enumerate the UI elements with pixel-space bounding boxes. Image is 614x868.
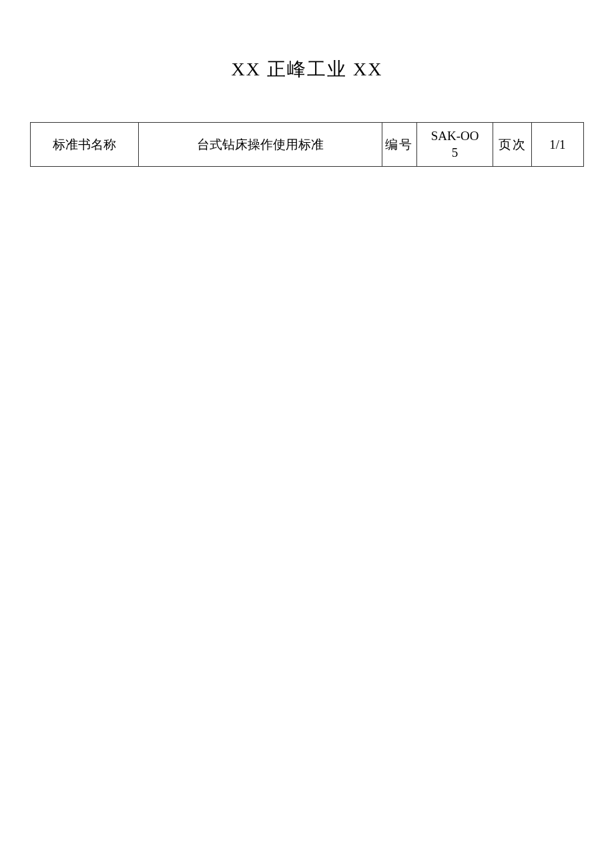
document-number-label: 编号 [382,123,416,167]
table-row: 标准书名称 台式钻床操作使用标准 编号 SAK-OO 5 页次 1/1 [31,123,584,167]
page-title: XX 正峰工业 XX [0,57,614,82]
standard-name-label: 标准书名称 [31,123,139,167]
page-number-label: 页次 [493,123,531,167]
document-number-line2: 5 [418,145,492,161]
page-number-value: 1/1 [531,123,583,167]
document-number-value: SAK-OO 5 [416,123,493,167]
document-header-table: 标准书名称 台式钻床操作使用标准 编号 SAK-OO 5 页次 1/1 [30,122,584,167]
document-number-line1: SAK-OO [418,128,492,145]
standard-name-value: 台式钻床操作使用标准 [138,123,382,167]
